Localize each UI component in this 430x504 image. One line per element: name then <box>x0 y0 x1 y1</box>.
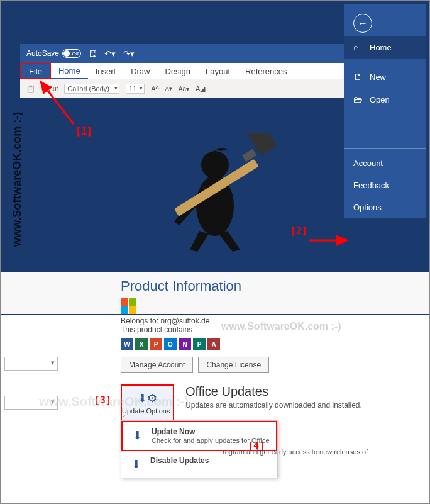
backstage-account[interactable]: Account <box>344 152 426 174</box>
undo-icon[interactable]: ↶▾ <box>104 49 116 59</box>
clear-format-icon[interactable]: A◢ <box>196 85 205 93</box>
backstage-top: ← <box>344 4 426 36</box>
insider-text: rogram and get early access to new relea… <box>223 448 368 456</box>
tab-layout[interactable]: Layout <box>198 63 238 79</box>
open-icon: 🗁 <box>353 94 363 104</box>
tab-draw[interactable]: Draw <box>123 63 157 79</box>
app-icons: WXPONPA <box>121 338 429 350</box>
new-icon: 🗋 <box>353 72 363 82</box>
app-icon-p: P <box>150 338 162 350</box>
tab-design[interactable]: Design <box>158 63 198 79</box>
change-case-icon[interactable]: Aa▾ <box>179 86 189 92</box>
disable-updates-icon: ⬇ <box>128 456 144 473</box>
update-now-icon: ⬇ <box>129 427 145 444</box>
titlebar: AutoSave Off 🖫 ↶▾ ↷▾ <box>20 44 347 63</box>
backstage-open[interactable]: 🗁 Open <box>344 88 426 111</box>
backstage-sidebar: ← ⌂ Home 🗋 New 🗁 Open Account Feedback O… <box>344 4 426 218</box>
svg-line-5 <box>41 82 74 124</box>
paste-icon[interactable]: 📋 <box>26 85 35 93</box>
autosave-toggle[interactable]: AutoSave Off <box>26 49 81 58</box>
product-section: Product Information <box>1 272 429 314</box>
menu-disable-title: Disable Updates <box>150 456 209 465</box>
backstage-new[interactable]: 🗋 New <box>344 65 426 88</box>
home-icon: ⌂ <box>353 42 363 52</box>
anno-1: [1] <box>75 126 92 137</box>
backstage-home-label: Home <box>370 43 392 52</box>
redo-icon[interactable]: ↷▾ <box>123 49 135 59</box>
autosave-label: AutoSave <box>26 49 59 58</box>
backstage-home[interactable]: ⌂ Home <box>344 36 426 59</box>
app-icon-p: P <box>193 338 206 350</box>
tab-references[interactable]: References <box>238 63 294 79</box>
updates-heading: Office Updates <box>185 384 362 399</box>
font-grow-icon[interactable]: A^ <box>151 85 159 92</box>
menu-update-now-title: Update Now <box>152 427 270 436</box>
backstage-account-label: Account <box>353 159 383 168</box>
tab-insert[interactable]: Insert <box>88 63 124 79</box>
backstage-open-label: Open <box>370 95 390 104</box>
change-license-button[interactable]: Change License <box>198 357 269 373</box>
manage-account-button[interactable]: Manage Account <box>121 357 193 373</box>
ms-logo <box>121 298 429 306</box>
anno-4: [4] <box>248 440 265 452</box>
app-icon-a: A <box>207 338 220 350</box>
stub-select-1[interactable] <box>4 357 58 371</box>
watermark-side: www.SoftwareOK.com :-) <box>11 112 24 247</box>
ms-logo2 <box>121 306 429 314</box>
svg-point-0 <box>201 151 229 179</box>
back-button[interactable]: ← <box>353 14 372 33</box>
anno-2: [2] <box>290 225 307 237</box>
font-size-box[interactable]: 11 <box>126 84 145 94</box>
svg-rect-4 <box>242 148 256 162</box>
font-shrink-icon[interactable]: A▾ <box>165 86 172 92</box>
arrow-2 <box>309 228 353 253</box>
backstage-new-label: New <box>370 72 386 82</box>
backstage-feedback-label: Feedback <box>353 181 389 190</box>
watermark-mid: www.SoftwareOK.com :-) <box>221 321 341 332</box>
backstage-feedback[interactable]: Feedback <box>344 174 426 196</box>
backstage-options-label: Options <box>353 203 382 212</box>
app-icon-x: X <box>135 338 148 350</box>
hammer-figure <box>140 133 278 253</box>
updates-sub: Updates are automatically downloaded and… <box>185 401 362 410</box>
save-icon[interactable]: 🖫 <box>89 49 97 59</box>
app-icon-n: N <box>179 338 191 350</box>
product-heading: Product Information <box>121 278 429 294</box>
toggle-pill[interactable]: Off <box>62 49 81 58</box>
app-icon-w: W <box>121 338 133 350</box>
arrow-1 <box>36 77 80 121</box>
app-icon-o: O <box>164 338 177 350</box>
backstage-options[interactable]: Options <box>344 196 426 218</box>
watermark-bottom: www.SoftwareOK.com :-) <box>39 395 189 409</box>
